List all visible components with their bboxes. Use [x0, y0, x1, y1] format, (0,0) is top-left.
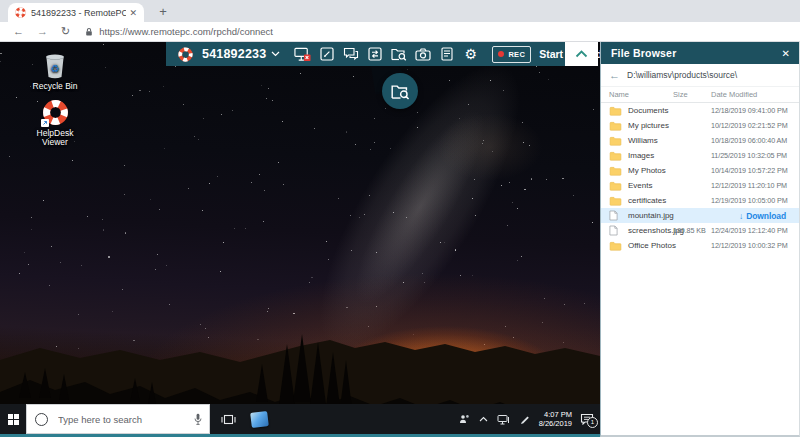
reload-icon[interactable]: ↻ — [61, 26, 70, 37]
file-date: 12/12/2019 10:00:32 PM — [711, 241, 799, 250]
taskbar-search-box[interactable] — [26, 404, 210, 434]
folder-icon — [609, 151, 623, 161]
file-size: 180.85 KB — [673, 226, 711, 235]
file-name: My pictures — [628, 121, 673, 130]
file-browser-drag-badge — [382, 73, 418, 109]
svg-text:♻: ♻ — [51, 63, 60, 74]
file-date: 12/12/2019 11:20:10 PM — [711, 181, 799, 190]
action-center-icon[interactable]: 1 — [580, 413, 594, 425]
cortana-icon — [35, 413, 48, 426]
file-row[interactable]: Events12/12/2019 11:20:10 PM — [601, 178, 799, 193]
file-date: 12/18/2019 09:41:00 PM — [711, 106, 799, 115]
annotate-icon[interactable] — [318, 46, 335, 63]
file-date: 12/24/2019 12:12:40 PM — [711, 226, 799, 235]
pen-icon[interactable] — [519, 414, 530, 425]
file-name: screenshots.jpg — [628, 226, 673, 235]
file-date: 10/12/2019 02:21:52 PM — [711, 121, 799, 130]
column-header-date[interactable]: Date Modified — [711, 90, 799, 99]
folder-icon — [609, 196, 623, 206]
download-icon: ↓ — [739, 211, 743, 221]
url-text[interactable]: https://www.remotepc.com/rpchd/connect — [99, 26, 273, 37]
session-id[interactable]: 541892233 — [202, 47, 266, 61]
download-link[interactable]: ↓Download — [739, 211, 799, 221]
desktop-icon-recycle-bin[interactable]: ♻ Recycle Bin — [26, 52, 84, 91]
remote-desktop[interactable]: ♻ Recycle Bin HelpDesk Viewer — [0, 42, 600, 437]
back-icon[interactable]: ← — [13, 26, 24, 37]
search-input[interactable] — [56, 413, 194, 426]
path-back-icon[interactable]: ← — [609, 70, 620, 81]
panel-title: File Browser — [611, 47, 782, 59]
session-toolbar: 541892233 — [166, 42, 598, 66]
windows-logo-icon — [8, 414, 19, 425]
task-view-icon[interactable] — [221, 413, 236, 426]
forward-icon[interactable]: → — [37, 26, 48, 37]
file-name: Images — [628, 151, 673, 160]
folder-icon — [609, 166, 623, 176]
helpdesk-viewer-icon — [41, 99, 69, 127]
remotepc-helpdesk-window: 541892233 - RemotePC™ HelpD... ✕ + ← → ↻… — [0, 0, 800, 437]
browser-address-bar: ← → ↻ https://www.remotepc.com/rpchd/con… — [0, 22, 800, 42]
file-row[interactable]: certificates12/19/2019 10:05:00 PM — [601, 193, 799, 208]
mountain-silhouette — [0, 42, 600, 437]
file-row[interactable]: Images11/25/2019 10:32:05 PM — [601, 148, 799, 163]
taskbar-app-icon[interactable] — [250, 411, 269, 428]
screen-share-icon[interactable] — [294, 46, 311, 63]
desktop-icon-label: HelpDesk Viewer — [37, 128, 74, 147]
folder-icon — [609, 181, 623, 191]
tab-title: 541892233 - RemotePC™ HelpD... — [31, 8, 126, 18]
column-header-name[interactable]: Name — [609, 90, 673, 99]
file-list: Documents12/18/2019 09:41:00 PMMy pictur… — [601, 103, 799, 253]
file-date: 12/19/2019 10:05:00 PM — [711, 196, 799, 205]
file-date: 10/18/2019 06:00:40 AM — [711, 136, 799, 145]
clock-date: 8/26/2019 — [539, 419, 572, 428]
rec-button[interactable]: REC — [492, 46, 531, 63]
folder-icon — [609, 136, 623, 146]
screenshot-icon[interactable] — [414, 46, 431, 63]
tab-close-icon[interactable]: ✕ — [129, 8, 137, 18]
settings-gear-icon[interactable]: ⚙ — [462, 46, 479, 63]
browser-tab[interactable]: 541892233 - RemotePC™ HelpD... ✕ — [8, 3, 144, 22]
lock-icon[interactable] — [85, 27, 93, 37]
folder-icon — [609, 121, 623, 131]
file-icon — [609, 210, 623, 221]
file-date: ↓Download — [711, 211, 799, 221]
network-icon[interactable] — [497, 414, 510, 425]
file-name: My Photos — [628, 166, 673, 175]
start-button[interactable] — [0, 404, 26, 434]
file-row[interactable]: mountain.jpg↓Download — [601, 208, 799, 223]
desktop-icon-label: Recycle Bin — [33, 81, 78, 91]
file-row[interactable]: Office Photos12/12/2019 10:00:32 PM — [601, 238, 799, 253]
microphone-icon[interactable] — [194, 413, 202, 426]
file-row[interactable]: My pictures10/12/2019 02:21:52 PM — [601, 118, 799, 133]
new-tab-button[interactable]: + — [152, 3, 174, 20]
file-transfer-icon[interactable] — [366, 46, 383, 63]
people-icon[interactable] — [459, 414, 470, 424]
file-row[interactable]: screenshots.jpg180.85 KB12/24/2019 12:12… — [601, 223, 799, 238]
file-browser-panel: File Browser ✕ ← D:\williamsv\products\s… — [600, 42, 800, 437]
tray-chevron-up-icon[interactable] — [479, 416, 488, 422]
remote-session-viewport: ♻ Recycle Bin HelpDesk Viewer — [0, 42, 800, 437]
notes-icon[interactable] — [438, 46, 455, 63]
file-name: Office Photos — [628, 241, 673, 250]
file-browser-icon[interactable] — [390, 46, 407, 63]
panel-close-icon[interactable]: ✕ — [782, 48, 790, 59]
file-row[interactable]: My Photos10/14/2019 10:57:22 PM — [601, 163, 799, 178]
clock-time: 4:07 PM — [544, 410, 572, 419]
column-header-size[interactable]: Size — [673, 90, 711, 99]
download-label: Download — [746, 211, 786, 221]
folder-icon — [609, 106, 623, 116]
rec-label: REC — [508, 50, 525, 59]
taskbar-clock[interactable]: 4:07 PM 8/26/2019 — [539, 410, 572, 428]
chat-icon[interactable] — [342, 46, 359, 63]
file-date: 11/25/2019 10:32:05 PM — [711, 151, 799, 160]
desktop-icon-helpdesk-viewer[interactable]: HelpDesk Viewer — [26, 99, 84, 147]
file-browser-header: File Browser ✕ — [601, 42, 799, 64]
session-dropdown-icon[interactable] — [271, 51, 280, 57]
file-row[interactable]: Documents12/18/2019 09:41:00 PM — [601, 103, 799, 118]
file-name: Events — [628, 181, 673, 190]
remotepc-logo-icon — [178, 47, 193, 62]
file-row[interactable]: Williams10/18/2019 06:00:40 AM — [601, 133, 799, 148]
path-bar: ← D:\williamsv\products\source\ — [601, 64, 799, 87]
browser-tab-strip: 541892233 - RemotePC™ HelpD... ✕ + — [0, 0, 800, 22]
toolbar-collapse-button[interactable] — [565, 42, 598, 66]
